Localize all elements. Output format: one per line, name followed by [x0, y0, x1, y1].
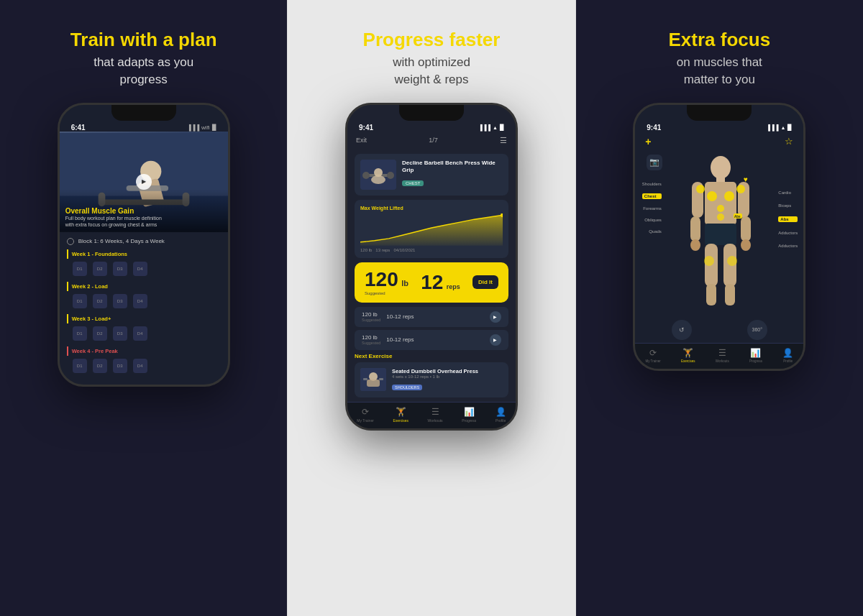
day-d3[interactable]: D3 [113, 359, 127, 373]
week-4-days: D1 D2 D3 D4 [67, 359, 221, 373]
label-adductors2[interactable]: Adductors [778, 244, 798, 248]
next-exercise-label: Next Exercise [355, 353, 508, 359]
weight-display[interactable]: 120 lb Suggested 12 reps Did It [355, 262, 508, 303]
did-it-button[interactable]: Did It [472, 275, 498, 289]
day-d3[interactable]: D3 [113, 294, 127, 308]
set1-weight-label: Suggested [362, 318, 380, 322]
svg-point-13 [374, 168, 383, 177]
phone3-status-bar: 9:41 ▐▐▐ ▲ ▉ [635, 121, 803, 132]
day-d2[interactable]: D2 [93, 359, 107, 373]
phone3-bottom-nav: ⟳ My Trainer 🏋 Exercises ☰ Workouts 📊 Pr… [635, 343, 803, 369]
svg-point-29 [741, 239, 751, 251]
phone2-bottom-nav: ⟳ My Trainer 🏋 Exercises ☰ Workouts 📊 Pr… [347, 402, 516, 428]
add-button[interactable]: + [645, 136, 651, 147]
set-row-1: 120 lb Suggested 10-12 reps ▶ [355, 307, 508, 327]
next-exercise-card[interactable]: Seated Dumbbell Overhead Press 4 sets x … [355, 362, 508, 397]
nav3-progress[interactable]: 📊 Progress [749, 348, 762, 363]
signal-icon3: ▐▐▐ [766, 124, 778, 131]
exercises-icon3: 🏋 [682, 348, 693, 358]
nav3-workouts[interactable]: ☰ Workouts [716, 348, 729, 363]
exit-button[interactable]: Exit [356, 137, 367, 144]
week-1-group: Week 1 - Foundations D1 D2 D3 D4 [67, 249, 221, 276]
label-cardio[interactable]: Cardio [778, 190, 798, 195]
next-thumb-svg [360, 368, 386, 391]
battery-icon3: ▉ [787, 124, 792, 131]
front-back-button[interactable]: 360° [747, 320, 767, 340]
nav-workouts[interactable]: ☰ Workouts [428, 407, 443, 423]
svg-rect-18 [367, 380, 380, 387]
panel-train-plan: Train with a plan that adapts as you pro… [0, 0, 287, 616]
label-quads[interactable]: Quads [642, 229, 662, 234]
panel-progress: Progress faster with optimized weight & … [287, 0, 575, 616]
panel1-subtitle: that adapts as you progress [70, 54, 217, 88]
nav3-exercises[interactable]: 🏋 Exercises [681, 348, 695, 363]
progress-indicator: 1/7 [429, 137, 438, 144]
exercise-card[interactable]: Decline Barbell Bench Press Wide Grip CH… [355, 154, 508, 196]
day-d1[interactable]: D1 [73, 294, 87, 308]
day-d2[interactable]: D2 [93, 262, 107, 276]
menu-icon[interactable]: ☰ [500, 136, 507, 145]
label-biceps[interactable]: Biceps [778, 203, 798, 208]
left-muscle-labels: Shoulders Chest Forearms Obliques Quads [642, 182, 662, 234]
day-d4[interactable]: D4 [133, 359, 147, 373]
wifi-icon: wifi [201, 124, 210, 131]
day-d2[interactable]: D2 [93, 326, 107, 341]
exercise-thumb-svg [360, 160, 396, 190]
week-2-label: Week 2 - Load [67, 282, 221, 291]
day-d4[interactable]: D4 [133, 294, 147, 308]
exercise-name: Decline Barbell Bench Press Wide Grip [402, 160, 503, 175]
weight-group: 120 lb Suggested [365, 270, 408, 295]
set1-reps: 10-12 reps [386, 313, 484, 320]
day-d1[interactable]: D1 [73, 326, 87, 341]
profile-icon: 👤 [496, 407, 506, 417]
nav-profile[interactable]: 👤 Profile [496, 407, 506, 423]
svg-point-45 [727, 256, 737, 266]
week-3-group: Week 3 - Load+ D1 D2 D3 D4 [67, 314, 221, 341]
nav-progress[interactable]: 📊 Progress [462, 407, 476, 423]
nav-trainer-label: My Trainer [357, 418, 374, 423]
set2-play-button[interactable]: ▶ [490, 334, 501, 346]
nav-exercises[interactable]: 🏋 Exercises [393, 407, 408, 423]
label-forearms[interactable]: Forearms [642, 206, 662, 211]
day-d3[interactable]: D3 [113, 262, 127, 276]
nav-my-trainer[interactable]: ⟳ My Trainer [357, 407, 374, 423]
day-d2[interactable]: D2 [93, 294, 107, 308]
exercise-thumbnail [360, 160, 396, 190]
camera-button[interactable]: 📷 [647, 155, 662, 170]
play-button[interactable]: ▶ [136, 174, 152, 190]
right-muscle-labels: Cardio Biceps Abs Adductors Adductors [778, 190, 798, 248]
exercise-info: Decline Barbell Bench Press Wide Grip CH… [402, 160, 503, 188]
nav3-my-trainer[interactable]: ⟳ My Trainer [645, 348, 660, 363]
day-d4[interactable]: D4 [133, 326, 147, 341]
day-d3[interactable]: D3 [113, 326, 127, 341]
label-shoulders[interactable]: Shoulders [642, 182, 662, 186]
progress-icon3: 📊 [750, 348, 761, 358]
rotate-button[interactable]: ↺ [672, 320, 692, 340]
star-button[interactable]: ☆ [785, 136, 793, 147]
workout-sub-title1: Full body workout plan for muscle defini… [65, 215, 222, 221]
block-title: Block 1: 6 Weeks, 4 Days a Week [67, 238, 221, 245]
nav-workouts-label: Workouts [428, 418, 443, 423]
set2-reps: 10-12 reps [386, 336, 484, 343]
day-d1[interactable]: D1 [73, 359, 87, 373]
panel3-subtitle: on muscles that matter to you [669, 54, 771, 88]
signal-icon2: ▐▐▐ [478, 124, 490, 131]
profile-icon3: 👤 [782, 348, 793, 358]
set1-play-button[interactable]: ▶ [490, 311, 501, 323]
svg-point-28 [690, 239, 700, 251]
panel2-heading: Progress faster with optimized weight & … [363, 29, 501, 88]
progress-chart: Max Weight Lifted 120 lb 13 reps [355, 200, 508, 258]
day-d1[interactable]: D1 [73, 262, 87, 276]
nav3-profile[interactable]: 👤 Profile [782, 348, 793, 363]
label-chest-badge[interactable]: Chest [642, 193, 662, 199]
svg-text:♥: ♥ [744, 175, 748, 183]
week-4-group: Week 4 - Pre Peak D1 D2 D3 D4 [67, 346, 221, 373]
block-circle-icon [67, 238, 74, 245]
next-exercise-sets: 4 sets x 10-12 reps • 1 lb [392, 374, 503, 379]
day-d4[interactable]: D4 [133, 262, 147, 276]
block-section: Block 1: 6 Weeks, 4 Days a Week Week 1 -… [60, 232, 228, 385]
label-obliques[interactable]: Obliques [642, 218, 662, 222]
label-abs-badge[interactable]: Abs [778, 216, 798, 222]
phone2-status-icons: ▐▐▐ ▲ ▉ [478, 124, 504, 131]
label-adductors1[interactable]: Adductors [778, 231, 798, 235]
